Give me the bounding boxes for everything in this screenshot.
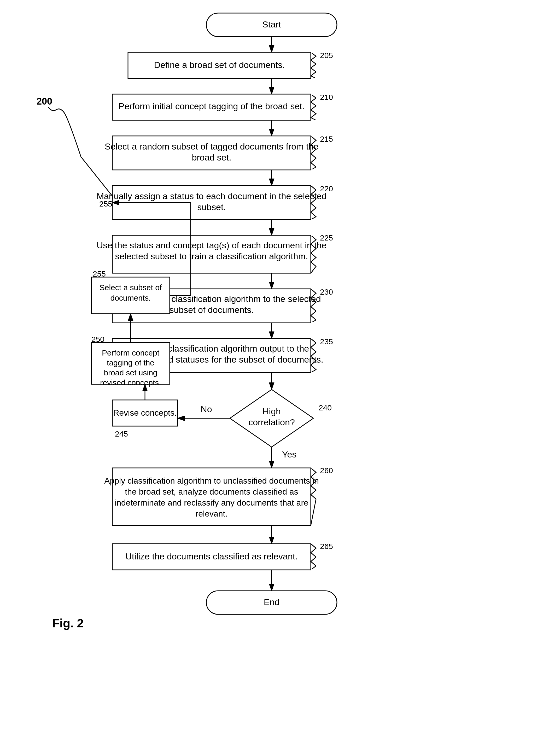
svg-text:230: 230 (320, 288, 333, 296)
svg-text:220: 220 (320, 184, 333, 193)
svg-text:265: 265 (320, 542, 333, 551)
svg-text:Yes: Yes (282, 449, 296, 459)
svg-text:No: No (201, 404, 212, 414)
svg-text:210: 210 (320, 93, 333, 101)
svg-text:255: 255 (99, 199, 112, 208)
svg-text:215: 215 (320, 135, 333, 143)
svg-text:200: 200 (37, 96, 52, 107)
svg-text:260: 260 (320, 466, 333, 475)
svg-text:240: 240 (319, 403, 332, 412)
svg-text:205: 205 (320, 51, 333, 60)
svg-text:225: 225 (320, 233, 333, 242)
svg-text:235: 235 (320, 337, 333, 346)
svg-text:245: 245 (115, 429, 128, 438)
